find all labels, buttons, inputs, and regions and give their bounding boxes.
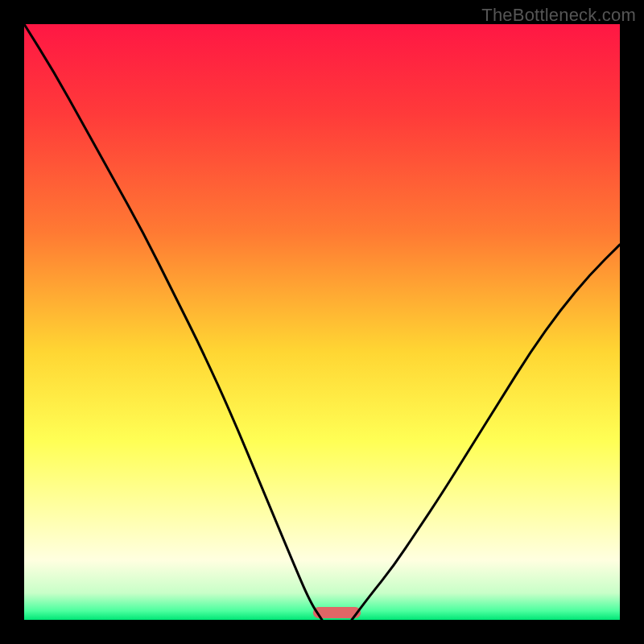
chart-svg	[24, 24, 620, 620]
plot-area	[24, 24, 620, 620]
chart-container: TheBottleneck.com	[0, 0, 644, 644]
gradient-background	[24, 24, 620, 620]
watermark-text: TheBottleneck.com	[481, 5, 636, 26]
